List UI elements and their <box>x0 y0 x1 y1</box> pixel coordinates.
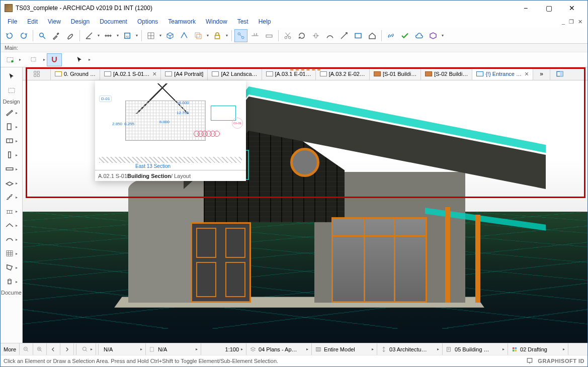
model-filter-field[interactable]: Entire Model▸ <box>312 343 377 355</box>
redo-button[interactable] <box>17 29 30 42</box>
tab-s02[interactable]: [S-02 Buildi… <box>421 67 472 80</box>
tab-a4[interactable]: [A4 Portrait] <box>161 67 208 80</box>
marquee-dropdown[interactable]: ▸ <box>18 57 23 62</box>
lock-dropdown[interactable]: ▾ <box>224 33 229 38</box>
zoom-reset-button[interactable]: ▸ <box>78 343 96 355</box>
menu-document[interactable]: Document <box>96 17 131 26</box>
tab-a021-close[interactable]: × <box>152 70 156 77</box>
marquee-button[interactable] <box>3 53 18 66</box>
layer-combo-field[interactable]: 04 Plans - Ap…▸ <box>246 343 312 355</box>
maximize-button[interactable]: ▢ <box>537 1 560 16</box>
brand-label[interactable]: GRAPHISOFT ID <box>538 358 584 364</box>
beam-tool[interactable] <box>4 163 16 175</box>
tab-a032[interactable]: [A.03.2 E-02… <box>316 67 370 80</box>
trim-button[interactable] <box>323 29 337 42</box>
menu-help[interactable]: Help <box>255 17 275 26</box>
lock-button[interactable] <box>211 29 224 42</box>
cloud-button[interactable] <box>412 29 426 42</box>
mdi-close-button[interactable]: ✕ <box>578 19 582 25</box>
measure-angle-button[interactable] <box>82 29 96 42</box>
marquee-tool[interactable] <box>6 84 18 97</box>
measure-line-button[interactable] <box>102 29 115 42</box>
tab-s01[interactable]: [S-01 Buildi… <box>370 67 421 80</box>
menu-file[interactable]: File <box>4 17 21 26</box>
brush-button[interactable] <box>64 29 77 42</box>
check-button[interactable] <box>398 29 411 42</box>
tab-a021[interactable]: [A.02.1 S-01…× <box>100 67 161 80</box>
railing-tool[interactable] <box>4 205 16 217</box>
tab-more-button[interactable]: » <box>533 67 550 80</box>
pin-icon[interactable] <box>526 357 534 365</box>
tab-entrance[interactable]: {!} Entrance …× <box>472 67 533 80</box>
zoom-in-button[interactable] <box>33 343 47 355</box>
measure-angle-dropdown[interactable]: ▾ <box>96 33 101 38</box>
wall-tool[interactable] <box>4 107 16 119</box>
zoom-prev-button[interactable] <box>47 343 60 355</box>
renovation-field[interactable]: 03 Architectu…▸ <box>377 343 443 355</box>
dimension-button[interactable]: 1.2 <box>248 29 262 42</box>
window-tool[interactable] <box>4 135 16 147</box>
menu-design[interactable]: Design <box>67 17 94 26</box>
trace-button[interactable] <box>192 29 205 42</box>
plane-button[interactable] <box>178 29 191 42</box>
dimension2-button[interactable] <box>263 29 276 42</box>
stair-tool[interactable] <box>4 191 16 203</box>
select-rect-button[interactable] <box>27 53 42 66</box>
menu-window[interactable]: Window <box>202 17 231 26</box>
mdi-minimize-button[interactable]: _ <box>562 19 565 25</box>
more-button[interactable]: More <box>1 343 20 355</box>
cut-button[interactable] <box>281 29 294 42</box>
override-field[interactable]: 05 Building …▸ <box>443 343 508 355</box>
select-rect-dropdown[interactable]: ▸ <box>42 57 47 62</box>
slab-tool[interactable] <box>4 177 16 189</box>
na1-field[interactable]: N/A▸ <box>101 343 146 355</box>
pointer-button[interactable] <box>72 53 87 66</box>
penset-field[interactable]: 02 Drafting▸ <box>508 343 568 355</box>
door-tool[interactable] <box>4 121 16 133</box>
grid-dropdown[interactable]: ▾ <box>158 33 163 38</box>
menu-view[interactable]: View <box>44 17 65 26</box>
tab-navigator-button[interactable] <box>550 67 569 80</box>
magnet-button[interactable] <box>47 53 62 66</box>
tab-a2[interactable]: [A2 Landsca… <box>208 67 262 80</box>
curtain-tool[interactable] <box>4 247 16 259</box>
tab-overview-button[interactable] <box>23 67 51 80</box>
menu-options[interactable]: Options <box>133 17 162 26</box>
menu-teamwork[interactable]: Teamwork <box>164 17 200 26</box>
zoom-next-button[interactable] <box>60 343 74 355</box>
link-button[interactable] <box>384 29 397 42</box>
measure-line-dropdown[interactable]: ▾ <box>115 33 120 38</box>
menu-test[interactable]: Test <box>233 17 253 26</box>
connection-button[interactable] <box>234 29 247 42</box>
object-tool[interactable] <box>4 276 16 288</box>
na2-field[interactable]: N/A▸ <box>146 343 201 355</box>
pointer-dropdown[interactable]: ▸ <box>87 57 92 62</box>
extend-button[interactable] <box>338 29 351 42</box>
mdi-restore-button[interactable]: ❐ <box>569 19 574 25</box>
canvas-area[interactable]: 0. Ground … [A.02.1 S-01…× [A4 Portrait]… <box>23 67 587 343</box>
measure-xy-dropdown[interactable]: ▾ <box>134 33 139 38</box>
morph-tool[interactable] <box>4 261 16 273</box>
rotate-button[interactable] <box>295 29 308 42</box>
split-button[interactable] <box>309 29 322 42</box>
roof-tool[interactable] <box>4 219 16 231</box>
box3d-dropdown[interactable]: ▾ <box>440 33 445 38</box>
tab-ground[interactable]: 0. Ground … <box>51 67 100 80</box>
zoom-out-button[interactable] <box>20 343 33 355</box>
scale-field[interactable]: 1:100▸ <box>201 343 246 355</box>
minimize-button[interactable]: − <box>514 1 537 16</box>
column-tool[interactable] <box>4 149 16 161</box>
close-button[interactable]: ✕ <box>560 1 583 16</box>
shell-tool[interactable] <box>4 233 16 245</box>
cube-button[interactable] <box>163 29 177 42</box>
grid-button[interactable] <box>144 29 157 42</box>
measure-xy-button[interactable]: xy <box>121 29 134 42</box>
box3d-button[interactable] <box>427 29 440 42</box>
undo-button[interactable] <box>3 29 16 42</box>
home-button[interactable] <box>366 29 379 42</box>
pick-button[interactable] <box>36 29 49 42</box>
window-tool-button[interactable] <box>352 29 365 42</box>
tab-entrance-close[interactable]: × <box>525 70 529 77</box>
menu-edit[interactable]: Edit <box>23 17 42 26</box>
trace-dropdown[interactable]: ▾ <box>205 33 210 38</box>
